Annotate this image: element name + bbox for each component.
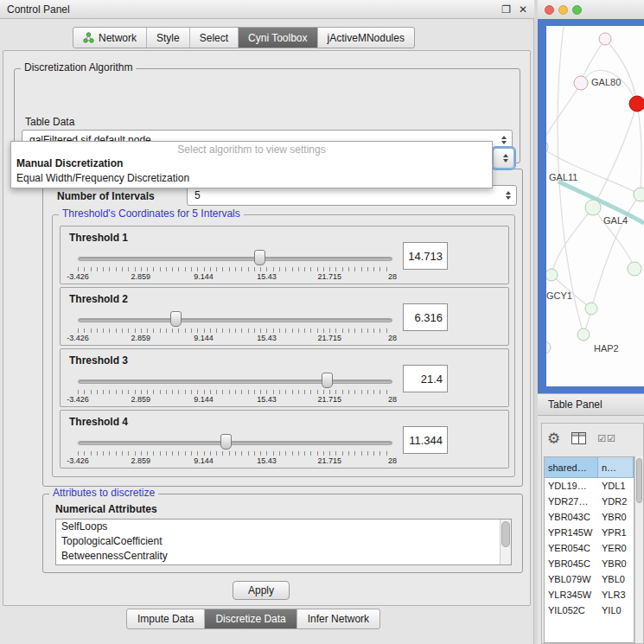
tab-cyni-toolbox[interactable]: Cyni Toolbox bbox=[239, 28, 317, 48]
thick-edge[interactable] bbox=[558, 182, 644, 223]
close-traffic-light-icon[interactable] bbox=[545, 5, 554, 15]
network-node[interactable] bbox=[546, 269, 558, 281]
slider-scale: -3.426 2.859 9.144 15.43 21.715 28 bbox=[78, 456, 392, 466]
slider-ticks bbox=[78, 390, 392, 394]
column-header-name[interactable]: n… bbox=[598, 457, 634, 477]
table-cell[interactable]: YDL1 bbox=[598, 478, 634, 494]
table-row[interactable]: YIL052CYIL0 bbox=[545, 603, 634, 618]
network-view-window: GAL80 GAL11 GAL4 GCY1 HAP2 bbox=[538, 0, 644, 393]
table-cell[interactable]: YER0 bbox=[598, 540, 634, 556]
tab-jactivemnodules[interactable]: jActiveMNodules bbox=[318, 28, 414, 48]
table-cell[interactable]: YBR043C bbox=[545, 509, 598, 525]
slider-thumb[interactable] bbox=[322, 373, 333, 388]
node-table: shared… n… YDL19…YDL1 YDR27…YDR2 YBR043C… bbox=[544, 456, 634, 643]
network-node[interactable] bbox=[577, 328, 590, 341]
network-node[interactable] bbox=[599, 33, 611, 45]
table-row[interactable]: YPR145WYPR1 bbox=[545, 525, 634, 540]
threshold-4-value-field[interactable]: 11.344 bbox=[403, 426, 448, 454]
network-node[interactable] bbox=[546, 341, 551, 354]
control-panel: Network Style Select Cyni Toolbox jActiv… bbox=[0, 19, 534, 644]
gear-icon[interactable]: ⚙ bbox=[547, 431, 560, 446]
apply-button[interactable]: Apply bbox=[233, 581, 290, 600]
slider-scale-label: 28 bbox=[388, 334, 397, 342]
threshold-4-label: Threshold 4 bbox=[69, 416, 128, 428]
table-cell[interactable]: YDR27… bbox=[545, 494, 598, 509]
slider-track[interactable] bbox=[78, 441, 392, 445]
network-node[interactable] bbox=[574, 76, 588, 90]
network-icon bbox=[83, 32, 94, 43]
tab-style[interactable]: Style bbox=[147, 28, 190, 48]
slider-thumb[interactable] bbox=[170, 311, 182, 327]
algorithm-option-equal-width[interactable]: Equal Width/Frequency Discretization bbox=[11, 171, 492, 186]
threshold-1-value-field[interactable]: 14.713 bbox=[403, 242, 448, 270]
network-canvas[interactable]: GAL80 GAL11 GAL4 GCY1 HAP2 bbox=[546, 26, 644, 386]
scrollbar-thumb[interactable] bbox=[501, 521, 510, 547]
list-item[interactable]: TopologicalCoefficient bbox=[56, 534, 511, 549]
network-node[interactable] bbox=[628, 262, 641, 276]
slider-thumb[interactable] bbox=[220, 434, 232, 450]
tab-select[interactable]: Select bbox=[190, 28, 239, 48]
threshold-3-label: Threshold 3 bbox=[69, 354, 128, 367]
table-cell[interactable]: YIL052C bbox=[545, 603, 598, 618]
table-cell[interactable]: YBL079W bbox=[545, 571, 598, 587]
tab-jactivemnodules-label: jActiveMNodules bbox=[328, 32, 405, 44]
table-row[interactable]: YBL079WYBL0 bbox=[545, 571, 634, 587]
minimize-traffic-light-icon[interactable] bbox=[558, 5, 568, 15]
list-scrollbar[interactable] bbox=[500, 520, 511, 564]
table-cell[interactable]: YLR345W bbox=[545, 587, 598, 603]
network-node[interactable] bbox=[634, 188, 644, 201]
table-row[interactable]: YLR345WYLR3 bbox=[545, 587, 634, 603]
threshold-2-value-field[interactable]: 6.316 bbox=[403, 303, 448, 331]
columns-icon[interactable] bbox=[571, 432, 586, 444]
table-cell[interactable]: YDR2 bbox=[598, 494, 634, 509]
number-of-intervals-label: Number of Intervals bbox=[57, 190, 155, 202]
table-scrollbar[interactable] bbox=[634, 456, 643, 643]
table-row[interactable]: YDR27…YDR2 bbox=[545, 494, 634, 509]
slider-scale-label: 21.715 bbox=[317, 395, 341, 404]
column-header-shared-name[interactable]: shared… bbox=[545, 457, 598, 477]
table-cell[interactable]: YBR0 bbox=[598, 556, 634, 571]
list-item[interactable]: SelfLoops bbox=[56, 520, 511, 534]
table-row[interactable]: YDL19…YDL1 bbox=[545, 478, 634, 494]
tab-infer-network[interactable]: Infer Network bbox=[297, 609, 379, 628]
table-cell[interactable]: YDL19… bbox=[545, 478, 598, 494]
tab-impute-data[interactable]: Impute Data bbox=[127, 609, 205, 628]
table-cell[interactable]: YBR0 bbox=[598, 509, 634, 525]
close-icon[interactable]: ✕ bbox=[519, 3, 527, 16]
table-cell[interactable]: YBL0 bbox=[598, 571, 634, 587]
selected-network-node[interactable] bbox=[629, 96, 644, 112]
scrollbar-thumb[interactable] bbox=[636, 458, 642, 503]
algorithm-combobox-button[interactable] bbox=[493, 148, 514, 169]
table-row[interactable]: YER054CYER0 bbox=[545, 540, 634, 556]
combo-arrows-icon bbox=[501, 136, 507, 144]
slider-track[interactable] bbox=[78, 257, 392, 261]
tab-network[interactable]: Network bbox=[73, 28, 147, 48]
table-cell[interactable]: YLR3 bbox=[598, 587, 634, 603]
slider-track[interactable] bbox=[78, 379, 392, 384]
table-cell[interactable]: YPR145W bbox=[545, 525, 598, 540]
network-node[interactable] bbox=[585, 200, 601, 215]
slider-track[interactable] bbox=[78, 318, 392, 322]
network-node[interactable] bbox=[585, 303, 597, 315]
tab-cyni-toolbox-label: Cyni Toolbox bbox=[248, 32, 307, 44]
table-cell[interactable]: YPR1 bbox=[598, 525, 634, 540]
table-cell[interactable]: YER054C bbox=[545, 540, 598, 556]
slider-ticks bbox=[78, 451, 392, 456]
slider-thumb[interactable] bbox=[254, 250, 265, 265]
table-cell[interactable]: YBR045C bbox=[545, 556, 598, 571]
float-window-icon[interactable]: ❐ bbox=[501, 3, 511, 16]
zoom-traffic-light-icon[interactable] bbox=[572, 5, 582, 15]
threshold-1-block: Threshold 1 -3.426 2.859 9.144 15.43 bbox=[60, 226, 509, 284]
algorithm-prompt-option[interactable]: Select algorithm to view settings bbox=[11, 143, 492, 156]
table-panel-title: Table Panel bbox=[548, 399, 603, 411]
control-panel-tabs: Network Style Select Cyni Toolbox jActiv… bbox=[73, 27, 415, 48]
table-cell[interactable]: YIL0 bbox=[598, 603, 634, 618]
table-row[interactable]: YBR043CYBR0 bbox=[545, 509, 634, 525]
algorithm-option-manual[interactable]: Manual Discretization bbox=[11, 156, 492, 171]
threshold-3-value-field[interactable]: 21.4 bbox=[403, 365, 448, 392]
checkbox-icons[interactable]: ☑☑ bbox=[597, 433, 616, 444]
tab-discretize-data[interactable]: Discretize Data bbox=[205, 609, 296, 628]
table-row[interactable]: YBR045CYBR0 bbox=[545, 556, 634, 571]
list-item[interactable]: BetweennessCentrality bbox=[56, 549, 511, 564]
table-data-label: Table Data bbox=[25, 116, 74, 128]
